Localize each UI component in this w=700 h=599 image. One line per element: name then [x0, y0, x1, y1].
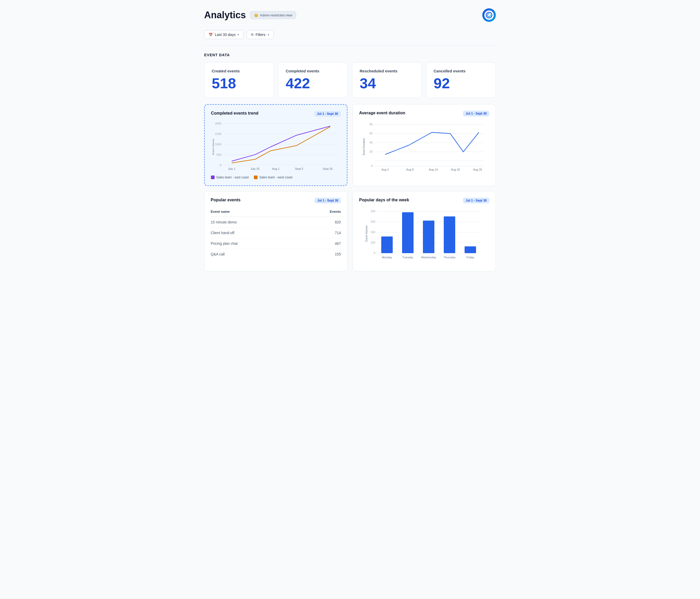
svg-text:Event Duration: Event Duration	[362, 138, 365, 155]
stat-value-rescheduled: 34	[360, 75, 414, 92]
filters-row: 📅 Last 30 days ▾ ⧉ Filters ▾	[204, 30, 496, 39]
popular-days-card: Popular days of the week Jul 1 - Sept 30…	[353, 191, 496, 271]
admin-badge: 👑 Admin-restricted view	[250, 11, 296, 19]
legend-east-coast: Sales team - east coast	[211, 176, 249, 179]
table-row: 15 minute demo820	[211, 217, 341, 228]
svg-text:0: 0	[371, 164, 373, 168]
table-row: Pricing plan chat467	[211, 238, 341, 249]
avg-duration-title: Average event duration	[359, 111, 405, 115]
event-count: 155	[335, 252, 341, 256]
charts-row-1: Completed events trend Jul 1 - Sept 30 2…	[204, 104, 496, 186]
completed-trend-date: Jul 1 - Sept 30	[314, 111, 341, 117]
chevron-down-icon-2: ▾	[268, 33, 269, 36]
col-event-name: Event name	[211, 210, 230, 214]
avg-duration-chart: 80 60 40 20 0 Event Duration Aug 2 Aug 8…	[359, 121, 489, 175]
event-count: 820	[335, 220, 341, 224]
section-title: EVENT DATA	[204, 53, 496, 57]
svg-text:Monday: Monday	[382, 256, 392, 259]
completed-trend-title: Completed events trend	[211, 111, 258, 116]
popular-events-table: 15 minute demo820Client hand-off714Prici…	[211, 217, 341, 259]
stat-label-cancelled: Cancelled events	[433, 69, 488, 73]
stat-value-completed: 422	[286, 75, 340, 92]
svg-text:150: 150	[371, 230, 375, 233]
svg-text:Aug 2: Aug 2	[381, 168, 389, 171]
svg-text:200: 200	[371, 220, 375, 223]
svg-text:Aug 26: Aug 26	[473, 168, 482, 171]
stat-card-created: Created events 518	[204, 62, 274, 98]
svg-text:Sept 5: Sept 5	[295, 167, 303, 170]
table-header: Event name Events	[211, 207, 341, 217]
popular-days-chart: 250 200 150 100 0 Event Volume	[359, 207, 489, 265]
chevron-down-icon: ▾	[238, 33, 239, 36]
svg-text:0: 0	[374, 251, 375, 254]
filters-button[interactable]: ⧉ Filters ▾	[247, 30, 273, 39]
svg-text:Aug 8: Aug 8	[406, 168, 414, 171]
svg-text:Wednesday: Wednesday	[421, 256, 436, 259]
svg-text:40: 40	[370, 141, 373, 144]
bar-monday	[381, 236, 393, 253]
svg-text:Tuesday: Tuesday	[402, 256, 413, 259]
svg-text:July 1: July 1	[228, 167, 235, 170]
stat-value-cancelled: 92	[433, 75, 488, 92]
app-logo	[482, 8, 496, 22]
table-row: Q&A call155	[211, 249, 341, 259]
svg-text:Friday: Friday	[467, 256, 474, 259]
popular-events-card: Popular events Jul 1 - Sept 30 Event nam…	[204, 191, 347, 271]
completed-trend-header: Completed events trend Jul 1 - Sept 30	[211, 111, 341, 117]
table-row: Client hand-off714	[211, 228, 341, 238]
svg-text:Aug 14: Aug 14	[429, 168, 438, 171]
page-header: Analytics 👑 Admin-restricted view	[204, 8, 496, 22]
bar-thursday	[444, 217, 455, 253]
event-name: Pricing plan chat	[211, 242, 238, 246]
svg-text:80: 80	[370, 123, 373, 126]
filter-icon: ⧉	[251, 32, 253, 37]
event-count: 467	[335, 242, 341, 246]
svg-text:0: 0	[220, 163, 221, 167]
stat-label-completed: Completed events	[286, 69, 340, 73]
svg-text:July 25: July 25	[251, 167, 260, 170]
event-name: Q&A call	[211, 252, 225, 256]
col-events-count: Events	[330, 210, 341, 214]
completed-trend-card: Completed events trend Jul 1 - Sept 30 2…	[204, 104, 347, 186]
event-count: 714	[335, 231, 341, 235]
bar-wednesday	[423, 221, 434, 253]
avg-duration-header: Average event duration Jul 1 - Sept 30	[359, 111, 489, 117]
svg-text:100: 100	[371, 241, 375, 244]
popular-events-header: Popular events Jul 1 - Sept 30	[211, 198, 341, 203]
stat-value-created: 518	[212, 75, 267, 92]
popular-events-date: Jul 1 - Sept 30	[315, 198, 341, 203]
svg-text:500: 500	[217, 153, 221, 156]
popular-days-title: Popular days of the week	[359, 198, 409, 202]
legend-west-coast: Sales team - west coast	[254, 176, 292, 179]
svg-text:Aug 20: Aug 20	[451, 168, 460, 171]
svg-text:1000: 1000	[215, 143, 221, 146]
completed-trend-legend: Sales team - east coast Sales team - wes…	[211, 176, 341, 179]
svg-text:60: 60	[370, 132, 373, 135]
date-range-button[interactable]: 📅 Last 30 days ▾	[204, 30, 244, 39]
svg-text:Aug 1: Aug 1	[272, 167, 280, 170]
calendar-icon: 📅	[208, 33, 213, 37]
stat-card-cancelled: Cancelled events 92	[426, 62, 496, 98]
legend-dot-west	[254, 176, 257, 179]
svg-text:Thursday: Thursday	[444, 256, 455, 259]
svg-text:250: 250	[371, 210, 375, 213]
bar-tuesday	[402, 212, 414, 253]
charts-row-2: Popular events Jul 1 - Sept 30 Event nam…	[204, 191, 496, 271]
crown-icon: 👑	[254, 13, 258, 17]
legend-dot-east	[211, 176, 215, 179]
svg-point-0	[486, 12, 492, 18]
bar-friday	[465, 246, 476, 253]
svg-text:Sept 26: Sept 26	[323, 167, 332, 170]
stats-grid: Created events 518 Completed events 422 …	[204, 62, 496, 98]
popular-events-title: Popular events	[211, 198, 241, 202]
stat-label-created: Created events	[212, 69, 267, 73]
svg-text:20: 20	[370, 150, 373, 153]
avg-duration-card: Average event duration Jul 1 - Sept 30 8…	[353, 104, 496, 186]
svg-text:2000: 2000	[215, 122, 221, 125]
svg-text:Event Volume: Event Volume	[212, 139, 215, 155]
stat-card-rescheduled: Rescheduled events 34	[352, 62, 422, 98]
event-name: Client hand-off	[211, 231, 234, 235]
stat-card-completed: Completed events 422	[278, 62, 348, 98]
stat-label-rescheduled: Rescheduled events	[360, 69, 414, 73]
svg-text:1500: 1500	[215, 132, 221, 135]
